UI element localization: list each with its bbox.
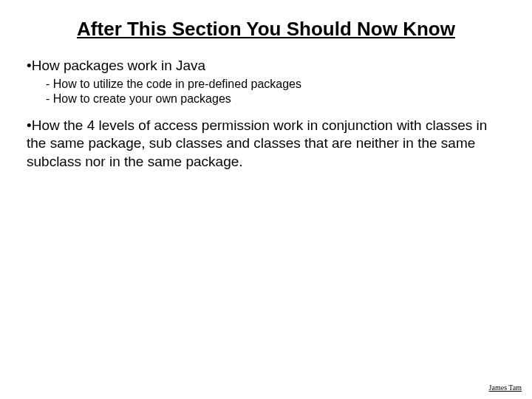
dash-glyph: -	[46, 78, 50, 90]
sub-bullet-text-1-2: How to create your own packages	[53, 92, 231, 105]
bullet-text-2: How the 4 levels of access permission wo…	[27, 117, 487, 169]
bullet-glyph: •	[27, 117, 32, 133]
slide-title: After This Section You Should Now Know	[24, 18, 508, 41]
footer-author: James Tam	[489, 383, 522, 392]
sub-bullet-1-2: - How to create your own packages	[43, 92, 508, 106]
bullet-item-1: •How packages work in Java	[24, 57, 508, 75]
dash-glyph: -	[46, 92, 50, 105]
sublist-1: - How to utilize the code in pre-defined…	[43, 77, 508, 106]
bullet-item-2: •How the 4 levels of access permission w…	[24, 117, 508, 171]
sub-bullet-text-1-1: How to utilize the code in pre-defined p…	[53, 78, 301, 90]
sub-bullet-1-1: - How to utilize the code in pre-defined…	[43, 77, 508, 92]
bullet-glyph: •	[27, 58, 32, 73]
bullet-text-1: How packages work in Java	[32, 58, 206, 73]
